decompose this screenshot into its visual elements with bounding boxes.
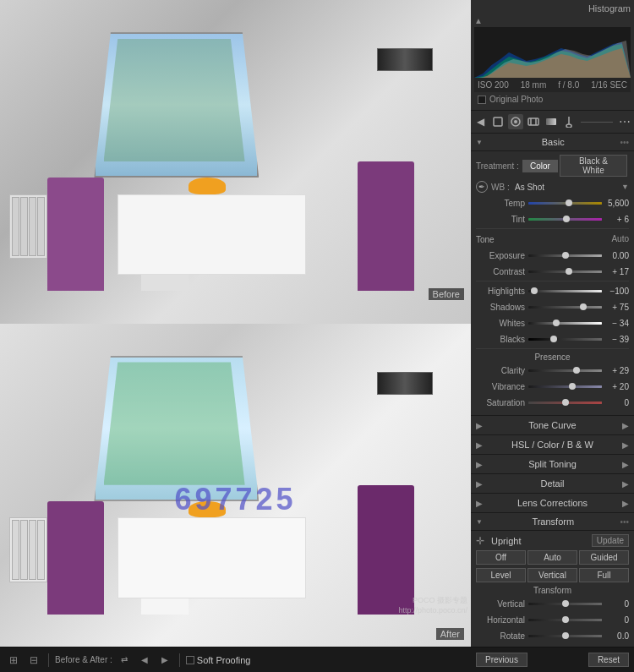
upright-label: Upright	[491, 536, 592, 546]
vertical-label: Vertical	[476, 599, 528, 609]
upright-full-btn[interactable]: Full	[579, 568, 629, 582]
original-photo-checkbox[interactable]	[478, 96, 486, 104]
tone-auto-btn[interactable]: Auto	[611, 234, 629, 243]
vertical-slider[interactable]	[528, 603, 602, 605]
contrast-row: Contrast + 17	[476, 265, 629, 278]
tone-curve-title: Tone Curve	[483, 420, 622, 430]
clarity-row: Clarity + 29	[476, 363, 629, 377]
histogram-expand-icon[interactable]: ▲	[474, 16, 483, 25]
hsl-title: HSL / Color / B & W	[483, 440, 622, 450]
lens-right-arrow: ▶	[622, 499, 629, 508]
vibrance-row: Vibrance + 20	[476, 380, 629, 393]
fruit-bowl-top	[189, 178, 227, 194]
tone-curve-right-arrow: ▶	[622, 421, 629, 430]
move-icon: ✛	[476, 535, 488, 547]
tool-icon-back[interactable]: ◀	[473, 114, 488, 129]
table-bottom	[118, 517, 306, 598]
basic-panel: Treatment : Color Black & White ✒ WB : A…	[471, 151, 634, 416]
chair-left-top	[47, 178, 104, 291]
tool-icon-brush[interactable]	[561, 114, 577, 129]
after-label: After	[436, 628, 464, 640]
basic-expand-arrow: ▼	[476, 139, 483, 145]
whites-row: Whites − 34	[476, 316, 629, 330]
logo: POCO 摄影专题 http://photo.poco.cn/	[398, 595, 467, 615]
highlights-slider[interactable]	[528, 290, 602, 292]
tint-slider[interactable]	[528, 218, 602, 221]
upright-guided-btn[interactable]: Guided	[579, 550, 629, 565]
color-btn[interactable]: Color	[522, 160, 558, 172]
rotate-value: 0.0	[602, 631, 629, 641]
blacks-row: Blacks − 39	[476, 332, 629, 346]
hsl-section[interactable]: ▶ HSL / Color / B & W ▶	[471, 435, 634, 455]
soft-proof-checkbox[interactable]	[186, 656, 194, 664]
vibrance-slider[interactable]	[528, 385, 602, 388]
exposure-slider[interactable]	[528, 254, 602, 257]
tool-icon-spot[interactable]	[508, 114, 523, 129]
wb-dropdown-arrow[interactable]: ▼	[621, 183, 629, 191]
clarity-slider[interactable]	[528, 369, 602, 372]
basic-section-header[interactable]: ▼ Basic •••	[471, 134, 634, 151]
horizontal-value: 0	[602, 615, 629, 625]
whites-slider[interactable]	[528, 322, 602, 325]
upright-level-btn[interactable]: Level	[476, 568, 526, 582]
exposure-row: Exposure 0.00	[476, 249, 629, 262]
vertical-row: Vertical 0	[476, 597, 629, 610]
bw-btn[interactable]: Black & White	[560, 155, 627, 177]
shutter-value: 1/16 SEC	[591, 80, 627, 90]
tone-curve-section[interactable]: ▶ Tone Curve ▶	[471, 416, 634, 435]
wall-picture-top	[377, 48, 434, 71]
detail-right-arrow: ▶	[622, 479, 629, 489]
saturation-slider[interactable]	[528, 402, 602, 404]
shadows-value: + 75	[602, 303, 629, 312]
table-top	[118, 194, 306, 276]
detail-section[interactable]: ▶ Detail ▶	[471, 474, 634, 494]
temp-slider[interactable]	[528, 202, 602, 205]
fit-icon[interactable]: ⊟	[25, 652, 42, 669]
before-label: Before	[429, 288, 464, 300]
rotate-slider[interactable]	[528, 635, 602, 637]
photo-before: Before	[0, 0, 471, 324]
wb-dropdown[interactable]: As Shot	[515, 183, 621, 192]
exposure-value: 0.00	[602, 251, 629, 260]
vibrance-label: Vibrance	[476, 382, 528, 391]
upright-off-btn[interactable]: Off	[476, 550, 526, 565]
wb-eyedropper-icon[interactable]: ✒	[476, 181, 488, 193]
transform-sub-title: Transform	[476, 586, 629, 595]
tool-icon-crop[interactable]	[490, 114, 506, 129]
shadows-slider[interactable]	[528, 306, 602, 309]
horizontal-slider[interactable]	[528, 619, 602, 621]
transform-section-header[interactable]: ▼ Transform •••	[471, 513, 634, 531]
chair-left-bottom	[47, 501, 104, 615]
histogram-svg	[474, 27, 631, 78]
split-toning-section[interactable]: ▶ Split Toning ▶	[471, 455, 634, 474]
detail-title: Detail	[483, 478, 622, 489]
tool-icon-gradient[interactable]	[544, 114, 559, 129]
exposure-label: Exposure	[476, 251, 528, 260]
upright-auto-btn[interactable]: Auto	[527, 550, 577, 565]
swap-icon[interactable]: ⇄	[116, 652, 133, 669]
tool-icon-settings[interactable]: ⋯	[617, 114, 632, 129]
contrast-slider[interactable]	[528, 270, 602, 273]
split-toning-title: Split Toning	[483, 459, 622, 469]
prev-view-icon[interactable]: ◀	[136, 652, 153, 669]
tint-value: + 6	[602, 215, 629, 224]
zoom-icon[interactable]: ⊞	[5, 652, 22, 669]
svg-rect-3	[528, 118, 538, 125]
update-btn[interactable]: Update	[592, 534, 629, 547]
lens-corrections-section[interactable]: ▶ Lens Corrections ▶	[471, 494, 634, 513]
tool-icon-redeye[interactable]	[526, 114, 541, 129]
shadows-label: Shadows	[476, 303, 528, 312]
original-photo-label: Original Photo	[489, 95, 543, 104]
tool-icons-row: ◀	[471, 111, 634, 134]
highlights-value: −100	[602, 287, 629, 296]
blacks-slider[interactable]	[528, 338, 602, 341]
highlights-label: Highlights	[476, 287, 528, 296]
horizontal-row: Horizontal 0	[476, 613, 629, 626]
previous-btn[interactable]: Previous	[476, 653, 527, 667]
whites-value: − 34	[602, 319, 629, 328]
reset-btn[interactable]: Reset	[588, 653, 629, 667]
next-view-icon[interactable]: ▶	[156, 652, 173, 669]
upright-vertical-btn[interactable]: Vertical	[527, 568, 577, 582]
saturation-row: Saturation 0	[476, 396, 629, 409]
original-photo-row: Original Photo	[474, 92, 631, 107]
